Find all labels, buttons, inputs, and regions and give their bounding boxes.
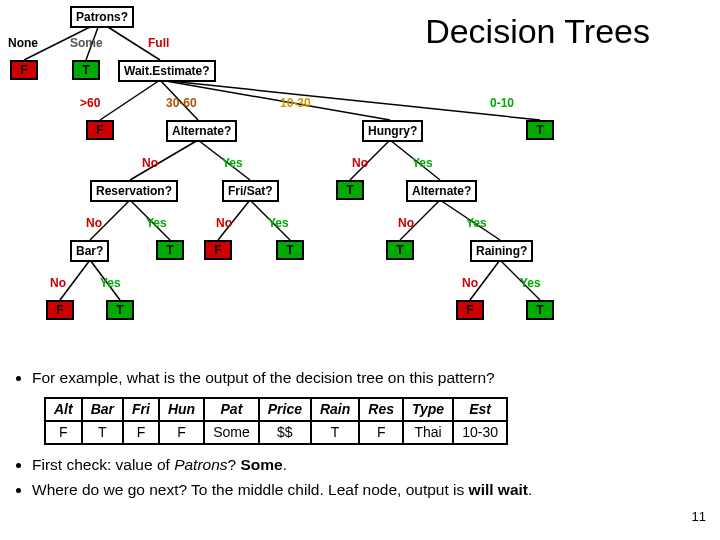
leaf-f: F (10, 60, 38, 80)
th: Res (359, 398, 403, 421)
node-hungry: Hungry? (362, 120, 423, 142)
svg-line-6 (160, 80, 540, 120)
td: F (159, 421, 204, 444)
td: Thai (403, 421, 453, 444)
leaf-f: F (456, 300, 484, 320)
leaf-f: F (204, 240, 232, 260)
leaf-t: T (106, 300, 134, 320)
node-alternate: Alternate? (166, 120, 237, 142)
edge-label-yes: Yes (268, 216, 289, 230)
edge-label-no: No (462, 276, 478, 290)
edge-label-gt60: >60 (80, 96, 100, 110)
edge-label-no: No (142, 156, 158, 170)
leaf-f: F (46, 300, 74, 320)
td: F (359, 421, 403, 444)
td: Some (204, 421, 259, 444)
node-raining: Raining? (470, 240, 533, 262)
edge-label-yes: Yes (520, 276, 541, 290)
edge-label-no: No (352, 156, 368, 170)
td: T (82, 421, 123, 444)
text: Where do we go next? To the middle child… (32, 481, 469, 498)
edge-label-no: No (398, 216, 414, 230)
edge-label-full: Full (148, 36, 169, 50)
edge-label-3060: 30-60 (166, 96, 197, 110)
svg-line-3 (100, 80, 160, 120)
td: F (123, 421, 159, 444)
pattern-table: Alt Bar Fri Hun Pat Price Rain Res Type … (44, 397, 508, 445)
leaf-t: T (526, 300, 554, 320)
leaf-t: T (156, 240, 184, 260)
edge-label-yes: Yes (100, 276, 121, 290)
node-bar: Bar? (70, 240, 109, 262)
node-reservation: Reservation? (90, 180, 178, 202)
text: . (283, 456, 287, 473)
text: . (528, 481, 532, 498)
emph-patrons: Patrons (174, 456, 227, 473)
node-wait-estimate: Wait.Estimate? (118, 60, 216, 82)
bold-willwait: will wait (469, 481, 528, 498)
th: Type (403, 398, 453, 421)
edge-label-1030: 10-30 (280, 96, 311, 110)
table-data-row: F T F F Some $$ T F Thai 10-30 (45, 421, 507, 444)
th: Pat (204, 398, 259, 421)
edge-label-010: 0-10 (490, 96, 514, 110)
td: 10-30 (453, 421, 507, 444)
th: Est (453, 398, 507, 421)
edge-label-yes: Yes (466, 216, 487, 230)
node-frisat: Fri/Sat? (222, 180, 279, 202)
edge-label-yes: Yes (222, 156, 243, 170)
text: First check: value of (32, 456, 174, 473)
node-patrons: Patrons? (70, 6, 134, 28)
bold-some: Some (241, 456, 283, 473)
th: Alt (45, 398, 82, 421)
th: Price (259, 398, 311, 421)
svg-line-7 (130, 140, 198, 180)
edge-label-none: None (8, 36, 38, 50)
table-header-row: Alt Bar Fri Hun Pat Price Rain Res Type … (45, 398, 507, 421)
edge-label-no: No (86, 216, 102, 230)
th: Fri (123, 398, 159, 421)
th: Rain (311, 398, 359, 421)
leaf-t: T (276, 240, 304, 260)
bullet-list: For example, what is the output of the d… (14, 368, 706, 505)
leaf-t: T (72, 60, 100, 80)
bullet-2: First check: value of Patrons? Some. (32, 455, 706, 476)
edge-label-some: Some (70, 36, 103, 50)
bullet-1: For example, what is the output of the d… (32, 368, 706, 389)
text: ? (228, 456, 241, 473)
edge-label-yes: Yes (146, 216, 167, 230)
node-alternate2: Alternate? (406, 180, 477, 202)
bullet-3: Where do we go next? To the middle child… (32, 480, 706, 501)
decision-tree-diagram: Patrons? None Some Full F T Wait.Estimat… (0, 0, 720, 360)
th: Bar (82, 398, 123, 421)
td: T (311, 421, 359, 444)
td: F (45, 421, 82, 444)
edge-label-no: No (216, 216, 232, 230)
leaf-t: T (386, 240, 414, 260)
leaf-t: T (526, 120, 554, 140)
th: Hun (159, 398, 204, 421)
leaf-f: F (86, 120, 114, 140)
page-number: 11 (692, 509, 706, 524)
leaf-t: T (336, 180, 364, 200)
edge-label-yes: Yes (412, 156, 433, 170)
edge-label-no: No (50, 276, 66, 290)
td: $$ (259, 421, 311, 444)
